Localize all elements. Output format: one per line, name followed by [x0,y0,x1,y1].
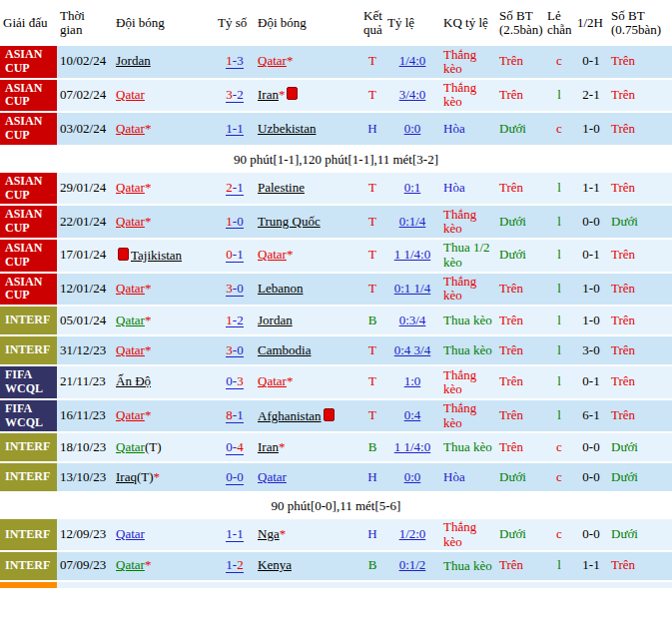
asterisk-marker: * [279,439,286,454]
odds-link[interactable]: 0:1 1/4 [384,281,440,298]
first-half-score: 1-0 [574,281,608,298]
odd-even: l [544,557,574,574]
team-name-link[interactable]: Qatar [258,469,287,484]
team-name-link[interactable]: Qatar [116,557,145,572]
odd-even: l [544,407,574,424]
odds-link[interactable]: 1/4:0 [384,53,440,70]
team-name-link[interactable]: Qatar [116,121,145,136]
tournament-badge: FIFA WCQL [0,366,57,398]
odds-link[interactable]: 1 1/4:0 [384,247,440,264]
away-team-cell: Kenya [255,557,360,574]
first-half-score: 0-0 [574,526,608,543]
asterisk-marker: * [287,247,294,262]
score-link[interactable]: 0-3 [215,373,255,390]
over-under-0-75: Trên [608,557,672,574]
home-team-cell: Qatar* [113,313,215,329]
team-name-link[interactable]: Qatar [116,281,145,296]
over-under-0-75: Trên [608,247,672,264]
odds-link[interactable]: 0:1/2 [384,557,440,574]
odds-link[interactable]: 0:4 [384,407,440,424]
team-name-link[interactable]: Uzbekistan [258,121,316,136]
team-name-link[interactable]: Qatar [258,53,287,68]
over-under-2-5: Dưới [496,214,544,231]
away-score: 1 [237,180,244,195]
home-team-cell: Tajikistan [113,247,215,265]
odds-result: Hòa [440,121,496,137]
team-name-link[interactable]: Lebanon [258,281,303,296]
team-name-link[interactable]: Qatar [116,180,145,195]
odds-link[interactable]: 0:3/4 [384,313,440,329]
odd-even: c [544,53,574,70]
team-name-link[interactable]: Cambodia [258,342,311,357]
tournament-label: ASIAN CUP [5,175,55,203]
score-link[interactable]: 1-2 [215,557,255,574]
team-name-link[interactable]: Kenya [258,557,292,572]
team-name-link[interactable]: Ấn Độ [116,373,151,388]
score-link[interactable]: 0-1 [215,247,255,264]
score-link[interactable]: 3-2 [215,87,255,104]
odds-link[interactable]: 0:0 [384,469,440,486]
score-link[interactable]: 3-0 [215,281,255,298]
score-link[interactable]: 8-1 [215,407,255,424]
team-name-link[interactable]: Iraq [116,469,137,484]
away-team-cell: Trung Quốc [255,214,360,231]
odds-link[interactable]: 3/4:0 [384,87,440,104]
team-name-link[interactable]: Palestine [258,180,305,195]
result-letter: H [360,469,384,486]
odds-link[interactable]: 0:1 [384,180,440,197]
team-name-link[interactable]: Qatar [116,87,145,102]
team-name-link[interactable]: Jordan [258,313,293,327]
away-score: 1 [237,526,244,541]
score-link[interactable]: 1-1 [215,526,255,543]
odds-result: Thua kèo [440,342,496,358]
match-date: 29/01/24 [57,180,113,197]
team-suffix: (T) [137,469,154,484]
result-letter: T [360,342,384,359]
away-score: 2 [237,313,244,327]
score-link[interactable]: 1-0 [215,214,255,231]
team-name-link[interactable]: Iran [258,439,279,454]
score-link[interactable]: 1-3 [215,53,255,70]
team-name-link[interactable]: Nga [258,526,280,541]
home-team-cell: Qatar* [113,342,215,359]
odds-link[interactable]: 1 1/4:0 [384,439,440,456]
odds-link[interactable]: 1:0 [384,373,440,390]
team-name-link[interactable]: Jordan [116,53,151,68]
score-link[interactable]: 2-1 [215,180,255,197]
odds-link[interactable]: 0:4 3/4 [384,342,440,359]
away-team-cell: Iran* [255,86,360,104]
score-link[interactable]: 0-4 [215,439,255,456]
team-name-link[interactable]: Qatar [116,439,145,454]
team-name-link[interactable]: Qatar [258,373,287,388]
team-name-link[interactable]: Trung Quốc [258,214,321,229]
over-under-2-5: Trên [496,342,544,359]
tournament-label: INTERF [5,314,50,327]
odds-link[interactable]: 0:0 [384,121,440,138]
extra-time-note-row: 90 phút[0-0],11 mét[5-6] [0,493,672,519]
team-name-link[interactable]: Qatar [116,407,145,422]
score-link[interactable]: 1-1 [215,121,255,138]
first-half-score: 0-0 [574,214,608,231]
team-name-link[interactable]: Qatar [116,526,145,541]
odds-result: Hòa [440,180,496,196]
odds-link[interactable]: 1/2:0 [384,526,440,543]
team-name-link[interactable]: Qatar [258,247,287,262]
tournament-badge: INTERF [0,433,57,461]
away-team-cell: Qatar [255,469,360,486]
score-link[interactable]: 3-0 [215,342,255,359]
score-link[interactable]: 0-0 [215,469,255,486]
first-half-score: 2-1 [574,87,608,104]
odds-link[interactable]: 0:1/4 [384,214,440,231]
first-half-score: 0-0 [574,439,608,456]
team-suffix: (T) [145,439,162,454]
first-half-score: 1-0 [574,121,608,138]
team-name-link[interactable]: Qatar [116,342,145,357]
team-name-link[interactable]: Iran [258,87,279,102]
team-name-link[interactable]: Afghanistan [258,408,322,423]
team-name-link[interactable]: Tajikistan [131,248,182,263]
header-away-team: Đội bóng [255,16,360,30]
team-name-link[interactable]: Qatar [116,313,145,327]
team-name-link[interactable]: Qatar [116,214,145,229]
score-link[interactable]: 1-2 [215,313,255,329]
odds-result: Thắng kèo [440,367,496,398]
